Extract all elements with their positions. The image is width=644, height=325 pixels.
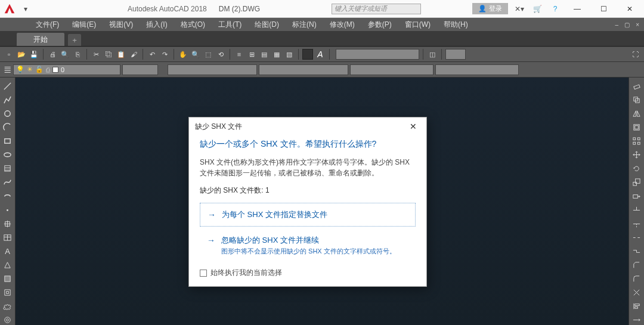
text-style-icon[interactable]: A (315, 49, 326, 59)
close-button[interactable]: ✕ (619, 1, 640, 17)
zoom-window-icon[interactable]: ⬚ (203, 49, 213, 60)
join-icon[interactable] (631, 246, 642, 256)
menu-draw[interactable]: 绘图(D) (249, 18, 285, 31)
scale-icon[interactable] (631, 177, 642, 187)
cart-icon[interactable]: 🛒 (531, 4, 544, 14)
menu-window[interactable]: 窗口(W) (399, 18, 436, 31)
sheet-set-icon[interactable]: ▦ (271, 49, 282, 60)
print-icon[interactable]: 🖨 (47, 49, 58, 60)
new-icon[interactable]: ▫ (4, 49, 14, 60)
menu-help[interactable]: 帮助(H) (438, 18, 474, 31)
block-icon[interactable]: ◫ (427, 49, 438, 60)
revision-cloud-icon[interactable] (2, 301, 13, 311)
align-icon[interactable] (631, 301, 642, 311)
always-checkbox[interactable] (200, 270, 207, 277)
linetype-combo[interactable] (168, 64, 257, 75)
pan-icon[interactable]: ✋ (178, 49, 188, 60)
menu-file[interactable]: 文件(F) (30, 18, 65, 31)
point-icon[interactable] (2, 205, 13, 215)
menu-edit[interactable]: 编辑(E) (66, 18, 102, 31)
extend-icon[interactable] (631, 219, 642, 229)
match-properties-icon[interactable]: 🖌 (128, 49, 139, 60)
login-button[interactable]: 👤 登录 (472, 3, 508, 14)
mirror-icon[interactable] (631, 109, 642, 119)
help-icon[interactable]: ? (549, 4, 562, 14)
copy-icon[interactable]: ⿻ (103, 49, 114, 60)
maximize-button[interactable]: ☐ (593, 1, 614, 17)
gradient-icon[interactable] (2, 274, 13, 284)
fillet-icon[interactable] (631, 274, 642, 284)
paste-icon[interactable]: 📋 (116, 49, 126, 60)
menu-dimension[interactable]: 标注(N) (286, 18, 323, 31)
zoom-previous-icon[interactable]: ⟲ (215, 49, 226, 60)
tab-add-button[interactable]: + (68, 34, 81, 46)
app-logo[interactable] (0, 0, 19, 18)
doc-restore-icon[interactable]: ▢ (622, 21, 632, 28)
hatch-icon[interactable] (2, 163, 13, 174)
design-center-icon[interactable]: ⊞ (246, 49, 257, 60)
mtext-icon[interactable]: A (2, 246, 13, 256)
option-ignore-continue[interactable]: → 忽略缺少的 SHX 文件并继续 图形中将不会显示使用缺少的 SHX 文件的文… (200, 231, 416, 259)
tab-start[interactable]: 开始 (17, 33, 64, 46)
layer-tools-combo[interactable] (122, 64, 158, 75)
polyline-icon[interactable] (2, 95, 13, 105)
plotstyle-combo[interactable] (350, 64, 434, 75)
search-input[interactable]: 键入关键字或短语 (332, 4, 421, 14)
move-icon[interactable] (631, 150, 642, 160)
exchange-icon[interactable]: ✕▾ (513, 4, 526, 14)
markup-icon[interactable]: ▧ (284, 49, 295, 60)
tool-palettes-icon[interactable]: ▤ (259, 49, 270, 60)
ellipse-icon[interactable] (2, 150, 13, 160)
circle-icon[interactable] (2, 109, 13, 119)
break-icon[interactable] (631, 233, 642, 243)
minimize-button[interactable]: — (566, 1, 588, 17)
color-combo[interactable] (445, 49, 466, 60)
arc-icon[interactable] (2, 122, 13, 132)
menu-format[interactable]: 格式(O) (175, 18, 211, 31)
rotate-icon[interactable] (631, 163, 642, 174)
trim-icon[interactable] (631, 205, 642, 215)
qat-dropdown-icon[interactable]: ▾ (19, 4, 32, 14)
menu-insert[interactable]: 插入(I) (140, 18, 173, 31)
menu-parametric[interactable]: 参数(P) (362, 18, 398, 31)
array-icon[interactable] (631, 136, 642, 146)
copy-modify-icon[interactable] (631, 95, 642, 105)
table-icon[interactable] (2, 233, 13, 243)
layer-properties-icon[interactable]: ≣ (4, 64, 11, 75)
region-icon[interactable] (2, 260, 13, 270)
open-icon[interactable]: 📂 (16, 49, 27, 60)
spline-icon[interactable] (2, 177, 13, 187)
line-icon[interactable] (2, 81, 13, 91)
lengthen-icon[interactable] (631, 315, 642, 325)
doc-minimize-icon[interactable]: – (613, 21, 621, 28)
menu-tools[interactable]: 工具(T) (212, 18, 247, 31)
rectangle-icon[interactable] (2, 136, 13, 146)
boundary-icon[interactable] (2, 287, 13, 298)
render-icon[interactable] (302, 49, 313, 60)
save-icon[interactable]: 💾 (29, 49, 39, 60)
layer-combo[interactable]: 💡 ☀ 🔓 ⎙ 0 (13, 64, 120, 75)
awa-icon[interactable]: ⛶ (630, 49, 640, 60)
erase-icon[interactable] (631, 81, 642, 91)
explode-icon[interactable] (631, 287, 642, 298)
lineweight-combo[interactable] (259, 64, 348, 75)
plot-preview-icon[interactable]: 🔍 (60, 49, 70, 60)
undo-icon[interactable]: ↶ (147, 49, 157, 60)
cut-icon[interactable]: ✂ (91, 49, 101, 60)
zoom-realtime-icon[interactable]: 🔍 (190, 49, 201, 60)
stretch-icon[interactable] (631, 191, 642, 202)
ellipse-arc-icon[interactable] (2, 191, 13, 202)
menu-view[interactable]: 视图(V) (103, 18, 139, 31)
dialog-close-button[interactable]: ✕ (406, 120, 420, 132)
properties-icon[interactable]: ≡ (234, 49, 244, 60)
option-specify-replacement[interactable]: → 为每个 SHX 文件指定替换文件 (200, 203, 416, 227)
menu-modify[interactable]: 修改(M) (324, 18, 361, 31)
doc-close-icon[interactable]: × (633, 21, 642, 28)
redo-icon[interactable]: ↷ (159, 49, 170, 60)
chamfer-icon[interactable] (631, 260, 642, 270)
offset-icon[interactable] (631, 122, 642, 132)
dimstyle-combo[interactable] (435, 64, 519, 75)
workspace-combo[interactable] (336, 49, 419, 60)
publish-icon[interactable]: ⎘ (72, 49, 83, 60)
donut-icon[interactable] (2, 315, 13, 325)
